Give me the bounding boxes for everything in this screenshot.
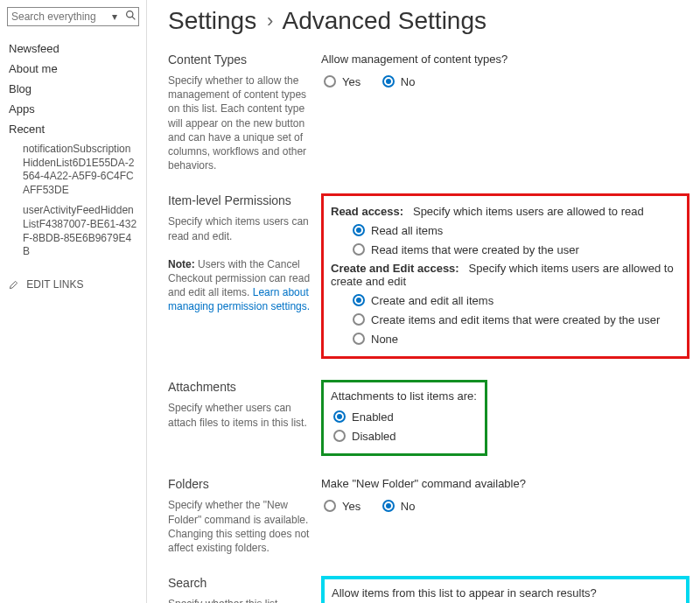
section-search: Search Specify whether this list should … (168, 576, 690, 603)
radio-label: Yes (342, 500, 360, 513)
radio-label: Read items that were created by the user (371, 243, 579, 256)
svg-line-1 (132, 17, 135, 19)
radio-label: None (371, 333, 398, 346)
edit-links-label: EDIT LINKS (26, 278, 83, 291)
section-description: Specify whether the "New Folder" command… (168, 498, 311, 555)
item-permissions-highlight-box: Read access: Specify which items users a… (321, 193, 690, 359)
radio-label: Create and edit all items (371, 294, 494, 307)
section-heading: Attachments (168, 380, 311, 394)
folders-yes-radio[interactable] (324, 500, 336, 512)
section-description: Specify which items users can read and e… (168, 214, 311, 313)
radio-label: Yes (342, 75, 360, 88)
breadcrumb: Settings › Advanced Settings (168, 7, 690, 35)
section-description: Specify whether users can attach files t… (168, 401, 311, 429)
edit-links-button[interactable]: EDIT LINKS (7, 275, 139, 294)
create-none-radio[interactable] (353, 333, 365, 345)
section-heading: Folders (168, 477, 311, 491)
section-content-types: Content Types Specify whether to allow t… (168, 53, 690, 172)
section-heading: Search (168, 576, 311, 590)
section-item-permissions: Item-level Permissions Specify which ite… (168, 193, 690, 359)
attachments-disabled-radio[interactable] (333, 430, 346, 442)
read-own-radio[interactable] (353, 243, 365, 256)
radio-label: No (401, 500, 416, 513)
radio-label: Disabled (352, 430, 396, 443)
nav-recent-heading: Recent (7, 119, 139, 139)
folders-prompt: Make "New Folder" command available? (321, 477, 690, 490)
search-input[interactable] (8, 9, 107, 25)
radio-label: Enabled (352, 410, 394, 424)
create-own-radio[interactable] (353, 313, 365, 326)
section-folders: Folders Specify whether the "New Folder"… (168, 477, 690, 555)
desc-text: Specify which items users can read and e… (168, 215, 309, 242)
content-types-yes-radio[interactable] (324, 75, 336, 88)
create-access-label: Create and Edit access: (331, 262, 459, 275)
attachments-prompt: Attachments to list items are: (331, 389, 478, 403)
nav-about-me[interactable]: About me (7, 59, 139, 79)
svg-point-0 (126, 11, 132, 18)
left-sidebar: ▾ Newsfeed About me Blog Apps Recent not… (0, 0, 147, 603)
attachments-enabled-radio[interactable] (333, 410, 346, 423)
search-highlight-box: Allow items from this list to appear in … (321, 576, 690, 603)
search-icon[interactable] (122, 10, 138, 24)
chevron-down-icon[interactable]: ▾ (107, 11, 122, 23)
folders-no-radio[interactable] (382, 500, 395, 512)
chevron-right-icon: › (263, 10, 276, 32)
page-title: Advanced Settings (283, 7, 487, 34)
nav-newsfeed[interactable]: Newsfeed (7, 39, 139, 59)
nav-blog[interactable]: Blog (7, 79, 139, 99)
section-heading: Item-level Permissions (168, 193, 311, 207)
read-access-label: Read access: (331, 205, 403, 218)
section-description: Specify whether this list should be visi… (168, 597, 311, 603)
pencil-icon (9, 280, 18, 290)
section-heading: Content Types (168, 53, 311, 67)
main-content: Settings › Advanced Settings Content Typ… (147, 0, 700, 603)
radio-label: Read all items (371, 224, 443, 237)
create-all-radio[interactable] (353, 294, 365, 306)
recent-item[interactable]: notificationSubscriptionHiddenList6D1E55… (7, 139, 139, 200)
section-attachments: Attachments Specify whether users can at… (168, 380, 690, 456)
read-access-desc: Specify which items users are allowed to… (413, 205, 644, 218)
radio-label: Create items and edit items that were cr… (371, 313, 660, 326)
note-lead: Note: (168, 258, 195, 270)
content-types-no-radio[interactable] (382, 75, 395, 88)
content-types-prompt: Allow management of content types? (321, 53, 690, 66)
breadcrumb-parent[interactable]: Settings (168, 7, 256, 34)
search-prompt: Allow items from this list to appear in … (332, 586, 679, 599)
nav-apps[interactable]: Apps (7, 99, 139, 119)
read-all-radio[interactable] (353, 224, 365, 236)
search-box[interactable]: ▾ (7, 7, 139, 26)
radio-label: No (401, 75, 416, 88)
section-description: Specify whether to allow the management … (168, 74, 311, 172)
attachments-highlight-box: Attachments to list items are: Enabled D… (321, 380, 487, 456)
recent-item[interactable]: userActivityFeedHiddenListF4387007-BE61-… (7, 200, 139, 262)
